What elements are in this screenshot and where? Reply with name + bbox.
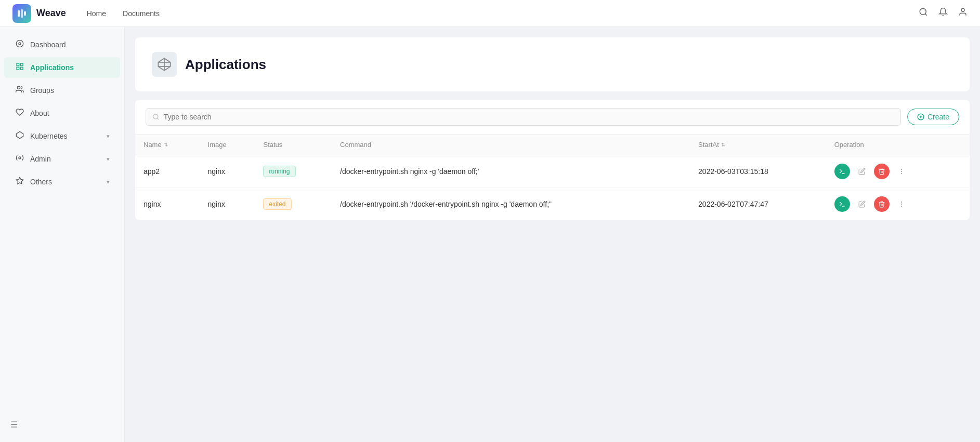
sidebar-item-groups[interactable]: Groups (4, 80, 120, 101)
cell-command-nginx: /docker-entrypoint.sh '/docker-entrypoin… (332, 188, 690, 221)
status-badge-running: running (263, 166, 295, 177)
status-badge-exited: exited (263, 198, 291, 210)
svg-point-20 (153, 114, 158, 119)
svg-rect-2 (24, 11, 26, 16)
startat-sort-icon: ⇅ (721, 142, 725, 148)
svg-point-32 (901, 206, 901, 207)
sidebar-menu-icon[interactable]: ☰ (10, 420, 18, 429)
col-header-operation: Operation (826, 135, 970, 155)
sidebar-label-admin: Admin (30, 155, 51, 163)
col-header-startat[interactable]: StartAt ⇅ (690, 135, 826, 155)
page-title: Applications (185, 57, 266, 73)
applications-table: Name ⇅ Image Status Command (135, 135, 970, 220)
svg-marker-15 (16, 177, 23, 184)
sidebar-bottom: ☰ (0, 413, 124, 436)
svg-point-31 (901, 204, 901, 204)
svg-rect-11 (20, 67, 23, 70)
table-row: nginx nginx exited /docker-entrypoint.sh… (135, 188, 970, 221)
create-label: Create (927, 113, 949, 121)
page-header: Applications (135, 37, 970, 91)
terminal-button-app2[interactable] (834, 164, 850, 179)
cell-command-app2: /docker-entrypoint.sh nginx -g 'daemon o… (332, 155, 690, 188)
sidebar-label-dashboard: Dashboard (30, 41, 66, 49)
operation-icons-nginx (834, 196, 961, 212)
col-header-name[interactable]: Name ⇅ (135, 135, 200, 155)
cell-startat-nginx: 2022-06-02T07:47:47 (690, 188, 826, 221)
cell-status-nginx: exited (255, 188, 332, 221)
svg-rect-8 (17, 63, 19, 66)
sidebar-item-dashboard[interactable]: Dashboard (4, 34, 120, 55)
svg-rect-0 (18, 10, 20, 17)
main-content: Applications Create (125, 27, 980, 442)
svg-rect-9 (20, 63, 23, 66)
admin-expand-icon: ▾ (107, 156, 110, 163)
top-navigation: Weave Home Documents (0, 0, 980, 27)
user-icon[interactable] (958, 7, 968, 19)
svg-line-21 (158, 118, 159, 119)
search-input[interactable] (164, 113, 894, 121)
groups-icon (15, 85, 25, 96)
create-button[interactable]: Create (907, 109, 959, 125)
svg-line-4 (925, 14, 926, 15)
cell-startat-app2: 2022-06-03T03:15:18 (690, 155, 826, 188)
dashboard-icon (15, 39, 25, 50)
sidebar-label-about: About (30, 109, 49, 117)
cell-operation-app2 (826, 155, 970, 188)
create-icon (917, 113, 924, 120)
svg-rect-10 (17, 67, 19, 70)
col-header-image: Image (200, 135, 255, 155)
nav-home[interactable]: Home (87, 9, 106, 18)
svg-point-6 (16, 40, 23, 47)
others-icon (15, 177, 25, 187)
sidebar-item-kubernetes[interactable]: Kubernetes ▾ (4, 126, 120, 146)
sidebar-item-others[interactable]: Others ▾ (4, 171, 120, 192)
svg-point-26 (901, 169, 901, 169)
kubernetes-icon (15, 131, 25, 141)
svg-point-5 (961, 8, 964, 11)
cell-operation-nginx (826, 188, 970, 221)
svg-point-30 (901, 202, 901, 202)
terminal-button-nginx[interactable] (834, 196, 850, 212)
sidebar-label-others: Others (30, 178, 52, 186)
cell-name-app2: app2 (135, 155, 200, 188)
notification-icon[interactable] (938, 7, 948, 19)
about-icon (15, 108, 25, 118)
search-wrapper[interactable] (146, 108, 901, 126)
delete-button-nginx[interactable] (874, 196, 890, 212)
svg-point-3 (920, 8, 926, 15)
app-logo[interactable]: Weave (12, 4, 66, 23)
sidebar-item-about[interactable]: About (4, 103, 120, 124)
app-name: Weave (36, 8, 66, 19)
cell-image-nginx: nginx (200, 188, 255, 221)
main-layout: Dashboard Applications Groups About (0, 27, 980, 442)
cell-image-app2: nginx (200, 155, 255, 188)
edit-button-nginx[interactable] (854, 196, 870, 212)
more-button-nginx[interactable] (894, 196, 909, 212)
applications-icon (15, 62, 25, 73)
sidebar-label-groups: Groups (30, 86, 54, 95)
svg-point-14 (19, 157, 21, 159)
applications-table-card: Create Name ⇅ Image (135, 100, 970, 220)
sidebar-item-applications[interactable]: Applications (4, 57, 120, 78)
sidebar: Dashboard Applications Groups About (0, 27, 125, 442)
search-icon[interactable] (919, 7, 928, 19)
others-expand-icon: ▾ (107, 179, 110, 185)
col-header-status: Status (255, 135, 332, 155)
sidebar-label-applications: Applications (30, 63, 74, 72)
sidebar-item-admin[interactable]: Admin ▾ (4, 149, 120, 169)
search-input-icon (152, 113, 160, 120)
delete-button-app2[interactable] (874, 164, 890, 179)
svg-marker-13 (16, 131, 23, 138)
table-row: app2 nginx running /docker-entrypoint.sh… (135, 155, 970, 188)
table-toolbar: Create (135, 100, 970, 135)
logo-icon (12, 4, 31, 23)
edit-button-app2[interactable] (854, 164, 870, 179)
nav-actions (919, 7, 968, 19)
cell-status-app2: running (255, 155, 332, 188)
admin-icon (15, 154, 25, 164)
kubernetes-expand-icon: ▾ (107, 133, 110, 140)
nav-documents[interactable]: Documents (123, 9, 160, 18)
svg-point-12 (17, 86, 20, 89)
more-button-app2[interactable] (894, 164, 909, 179)
operation-icons-app2 (834, 164, 961, 179)
